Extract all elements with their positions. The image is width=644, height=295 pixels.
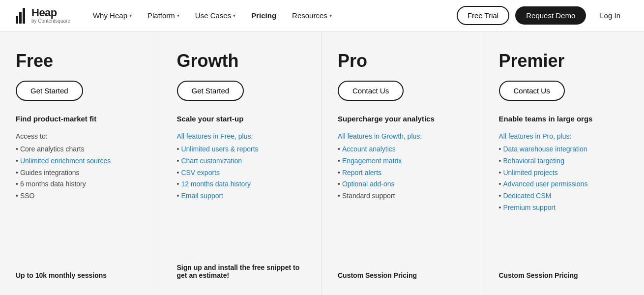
plan-premier-features: All features in Pro, plus: • Data wareho… — [499, 131, 629, 262]
logo-icon — [16, 8, 28, 24]
feature-item: • Chart customization — [177, 155, 306, 167]
feature-item: • Email support — [177, 190, 306, 202]
chevron-down-icon: ▾ — [233, 13, 235, 18]
plan-free-name: Free — [16, 51, 145, 71]
feature-item: • Account analytics — [338, 144, 467, 155]
features-intro: All features in Pro, plus: — [499, 131, 629, 142]
plan-growth-tagline: Scale your start-up — [177, 115, 306, 123]
plan-free-tagline: Find product-market fit — [16, 115, 145, 123]
feature-item: • Unlimited enrichment sources — [16, 155, 145, 167]
navbar: Heap by Contentsquare Why Heap ▾ Platfor… — [0, 0, 644, 31]
nav-item-use-cases[interactable]: Use Cases ▾ — [188, 7, 242, 24]
features-intro: All features in Growth, plus: — [338, 131, 467, 142]
plan-free-cta[interactable]: Get Started — [16, 81, 83, 101]
feature-item: • Report alerts — [338, 167, 467, 179]
feature-item: • Optional add-ons — [338, 178, 467, 190]
features-intro: All features in Free, plus: — [177, 131, 306, 142]
nav-items: Why Heap ▾ Platform ▾ Use Cases ▾ Pricin… — [86, 7, 453, 24]
chevron-down-icon: ▾ — [329, 13, 332, 18]
feature-item: • Unlimited users & reports — [177, 144, 306, 155]
login-button[interactable]: Log In — [592, 7, 628, 24]
feature-item: • CSV exports — [177, 167, 306, 179]
logo-sub-label: by Contentsquare — [31, 18, 70, 24]
nav-item-pricing[interactable]: Pricing — [244, 7, 283, 24]
plan-free-footer: Up to 10k monthly sessions — [16, 271, 145, 279]
logo[interactable]: Heap by Contentsquare — [16, 7, 70, 24]
plan-free: Free Get Started Find product-market fit… — [0, 31, 161, 295]
plan-growth-features: All features in Free, plus: • Unlimited … — [177, 131, 306, 260]
feature-item: • Engagement matrix — [338, 155, 467, 167]
nav-item-platform[interactable]: Platform ▾ — [141, 7, 186, 24]
nav-use-cases-label: Use Cases — [195, 11, 231, 20]
nav-item-why-heap[interactable]: Why Heap ▾ — [86, 7, 139, 24]
plan-growth-cta[interactable]: Get Started — [177, 81, 244, 101]
plan-growth-footer-note: Sign up and install the free snippet to … — [177, 264, 306, 279]
feature-item: • Premium support — [499, 202, 629, 214]
feature-item: • Unlimited projects — [499, 167, 629, 179]
feature-item: • Core analytics charts — [16, 144, 145, 155]
feature-item: • SSO — [16, 190, 145, 202]
svg-rect-1 — [19, 12, 22, 24]
features-intro: Access to: — [16, 131, 145, 142]
plan-pro-cta[interactable]: Contact Us — [338, 81, 404, 101]
feature-item: • 12 months data history — [177, 178, 306, 190]
plan-premier: Premier Contact Us Enable teams in large… — [483, 31, 644, 295]
nav-platform-label: Platform — [147, 11, 175, 20]
feature-item: • Guides integrations — [16, 167, 145, 179]
feature-item: • 6 months data history — [16, 178, 145, 190]
plan-free-features: Access to: • Core analytics charts • Unl… — [16, 131, 145, 262]
nav-pricing-label: Pricing — [251, 11, 276, 20]
free-trial-button[interactable]: Free Trial — [457, 6, 509, 25]
feature-item: • Dedicated CSM — [499, 190, 629, 202]
plan-pro-tagline: Supercharge your analytics — [338, 115, 467, 123]
pricing-section: Free Get Started Find product-market fit… — [0, 31, 644, 295]
request-demo-button[interactable]: Request Demo — [515, 6, 586, 25]
chevron-down-icon: ▾ — [129, 13, 132, 18]
nav-why-heap-label: Why Heap — [93, 11, 127, 20]
logo-text: Heap by Contentsquare — [31, 7, 70, 24]
nav-item-resources[interactable]: Resources ▾ — [285, 7, 339, 24]
nav-actions: Free Trial Request Demo Log In — [457, 6, 628, 25]
plan-pro-footer: Custom Session Pricing — [338, 271, 467, 279]
plan-premier-tagline: Enable teams in large orgs — [499, 115, 629, 123]
chevron-down-icon: ▾ — [177, 13, 179, 18]
feature-item: • Standard support — [338, 190, 467, 202]
plan-growth: Growth Get Started Scale your start-up A… — [161, 31, 322, 295]
plan-pro: Pro Contact Us Supercharge your analytic… — [322, 31, 483, 295]
plan-premier-cta[interactable]: Contact Us — [499, 81, 565, 101]
svg-rect-2 — [23, 8, 25, 24]
plan-growth-name: Growth — [177, 51, 306, 71]
feature-item: • Behavioral targeting — [499, 155, 629, 167]
plan-pro-features: All features in Growth, plus: • Account … — [338, 131, 467, 262]
nav-resources-label: Resources — [292, 11, 327, 20]
plan-pro-name: Pro — [338, 51, 467, 71]
plan-premier-footer: Custom Session Pricing — [499, 271, 629, 279]
feature-item: • Data warehouse integration — [499, 144, 629, 155]
plan-premier-name: Premier — [499, 51, 629, 71]
feature-item: • Advanced user permissions — [499, 178, 629, 190]
svg-rect-0 — [16, 16, 18, 24]
logo-heap-label: Heap — [31, 7, 70, 18]
